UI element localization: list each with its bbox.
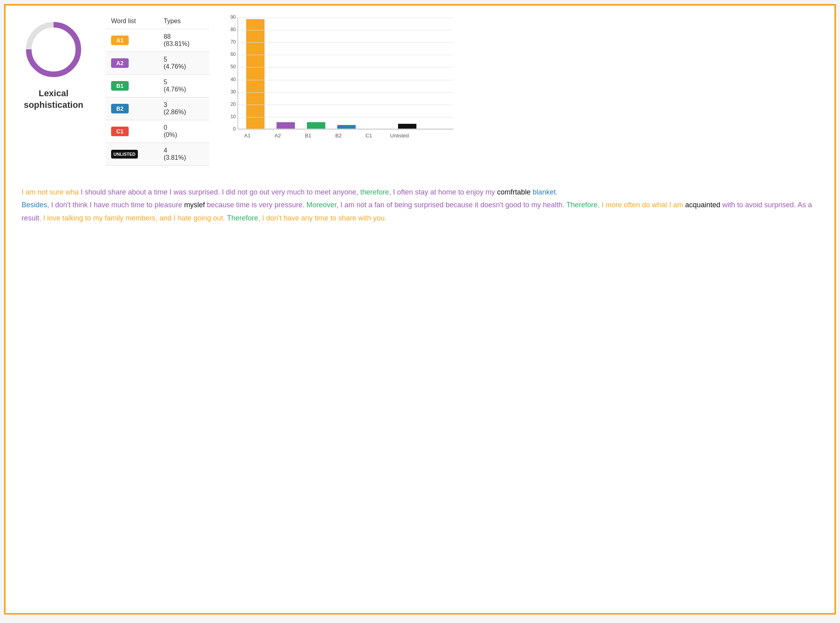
bar-a2 (277, 122, 295, 129)
grid-line (238, 30, 453, 30)
level-badge: C1 (111, 127, 129, 136)
donut-chart (22, 18, 86, 81)
bar-b2 (337, 125, 356, 129)
table-row: A2 5(4.76%) (105, 52, 209, 75)
col-header-wordlist: Word list (105, 14, 158, 29)
text-span: comfrtable (497, 188, 531, 196)
table-row: B1 5(4.76%) (105, 75, 209, 97)
y-axis-label: 0 (222, 126, 236, 132)
bar-group (307, 122, 325, 129)
bar-group (398, 124, 416, 129)
x-axis-label-b2: B2 (329, 133, 348, 139)
value-cell: 0(0%) (158, 120, 209, 143)
grid-line (238, 105, 453, 105)
badge-cell: UNLISTED (105, 143, 158, 166)
donut-title: Lexicalsophistication (24, 88, 83, 111)
bar-unlisted (398, 124, 416, 129)
annotated-text: I am not sure wha I should share about a… (14, 182, 826, 228)
y-axis-label: 80 (222, 27, 236, 32)
text-span: acquainted (685, 201, 720, 209)
table-row: A1 88(83.81%) (105, 29, 209, 52)
y-axis-label: 20 (222, 101, 236, 107)
value-cell: 3(2.86%) (158, 97, 209, 120)
badge-cell: A1 (105, 29, 158, 52)
x-axis-label-a2: A2 (269, 133, 287, 139)
value-cell: 4(3.81%) (158, 143, 209, 166)
text-span: Therefore (566, 201, 597, 209)
bar-chart-section: A1A2B1B2C1Unlisted 9080706050403020100 (221, 14, 826, 145)
y-axis-label: 70 (222, 39, 236, 45)
value-cell: 5(4.76%) (158, 75, 209, 97)
table-row: UNLISTED 4(3.81%) (105, 143, 209, 166)
text-span: , I often stay at home to enjoy my (389, 188, 497, 196)
bar-chart: A1A2B1B2C1Unlisted 9080706050403020100 (221, 18, 453, 145)
text-span: , I don't have any time to share with yo… (258, 214, 387, 222)
grid-line (238, 129, 453, 130)
x-axis-label-unlisted: Unlisted (390, 133, 408, 139)
text-span: , I am not a fan of being surprised beca… (336, 201, 566, 209)
badge-cell: C1 (105, 120, 158, 143)
x-axis-label-c1: C1 (360, 133, 378, 139)
text-span: Moreover (307, 201, 336, 209)
grid-line (238, 55, 453, 55)
y-axis-label: 90 (222, 14, 236, 20)
y-axis-label: 40 (222, 77, 236, 82)
grid-line (238, 80, 453, 80)
table-row: B2 3(2.86%) (105, 97, 209, 120)
grid-line (238, 92, 453, 93)
bar-group (246, 19, 265, 129)
text-span: , I don't think I have much time to plea… (47, 201, 184, 209)
grid-line (238, 117, 453, 117)
top-section: Lexicalsophistication Word list Types A1… (14, 14, 826, 166)
text-span: blanket. (531, 188, 558, 196)
table-row: C1 0(0%) (105, 120, 209, 143)
donut-section: Lexicalsophistication (14, 14, 94, 111)
x-axis-label-a1: A1 (238, 133, 257, 139)
text-span: I should share about a time I was surpri… (79, 188, 360, 196)
y-axis-label: 50 (222, 64, 236, 69)
bar-a1 (246, 19, 265, 129)
text-span: therefore (360, 188, 389, 196)
badge-cell: A2 (105, 52, 158, 75)
level-badge: UNLISTED (111, 150, 138, 159)
text-span: , I love talking to my family members, a… (39, 214, 227, 222)
grid-line (238, 42, 453, 43)
bar-group (277, 122, 295, 129)
y-axis-label: 10 (222, 114, 236, 119)
word-list-table: Word list Types A1 88(83.81%) A2 5(4.76%… (105, 14, 209, 166)
text-span: , I more often do what I am (597, 201, 685, 209)
y-axis-label: 30 (222, 89, 236, 95)
bar-chart-inner (237, 18, 453, 129)
main-container: Lexicalsophistication Word list Types A1… (4, 4, 836, 615)
col-header-types: Types (158, 14, 209, 29)
text-span: Therefore (227, 214, 258, 222)
level-badge: B1 (111, 81, 129, 91)
badge-cell: B2 (105, 97, 158, 120)
text-span: Besides (22, 201, 47, 209)
level-badge: A1 (111, 36, 129, 45)
bar-group (337, 125, 356, 129)
text-span: myslef (184, 201, 205, 209)
level-badge: A2 (111, 58, 129, 68)
text-span: because time is very pressure. (205, 201, 307, 209)
level-badge: B2 (111, 104, 129, 113)
badge-cell: B1 (105, 75, 158, 97)
grid-line (238, 67, 453, 67)
text-span: I am not sure wha (22, 188, 79, 196)
value-cell: 88(83.81%) (158, 29, 209, 52)
y-axis-label: 60 (222, 52, 236, 57)
value-cell: 5(4.76%) (158, 52, 209, 75)
bar-b1 (307, 122, 325, 129)
grid-line (238, 18, 453, 18)
x-axis-label-b1: B1 (299, 133, 317, 139)
